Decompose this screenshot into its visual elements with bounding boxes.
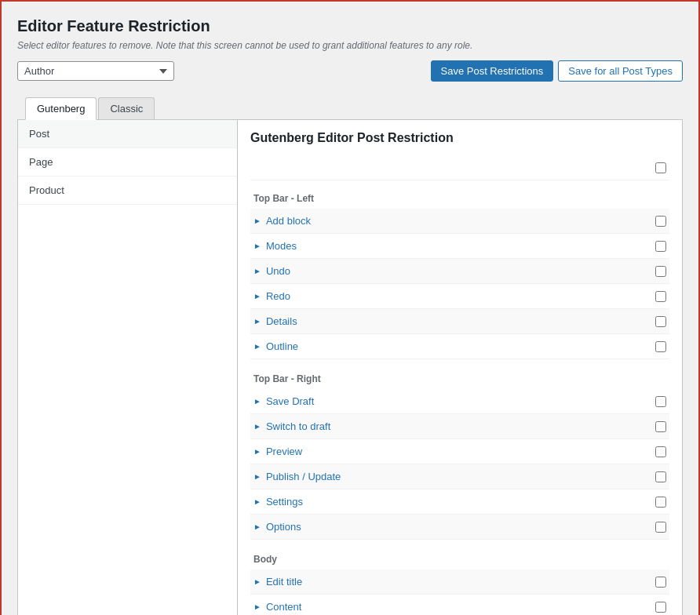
arrow-icon-undo: ►	[253, 267, 261, 275]
feature-text-modes: Modes	[266, 240, 297, 252]
feature-row-add-block: ► Add block	[250, 209, 669, 234]
empty-row-checkbox[interactable]	[655, 162, 666, 173]
feature-row-edit-title: ► Edit title	[250, 570, 669, 595]
feature-row-publish-update: ► Publish / Update	[250, 464, 669, 489]
tab-gutenberg[interactable]: Gutenberg	[25, 97, 97, 120]
feature-label-edit-title: ► Edit title	[253, 576, 302, 588]
checkbox-edit-title[interactable]	[655, 577, 666, 588]
feature-text-outline: Outline	[266, 340, 298, 352]
feature-label-switch-to-draft: ► Switch to draft	[253, 420, 330, 432]
sidebar: Post Page Product	[18, 120, 238, 615]
sidebar-item-page[interactable]: Page	[18, 148, 237, 176]
empty-row	[250, 156, 669, 180]
feature-text-publish-update: Publish / Update	[266, 471, 341, 482]
checkbox-content[interactable]	[655, 602, 666, 613]
tabs-bar: Gutenberg Classic	[17, 91, 683, 120]
checkbox-add-block[interactable]	[655, 216, 666, 227]
feature-text-content: Content	[266, 601, 302, 613]
page-subtitle: Select editor features to remove. Note t…	[17, 40, 683, 51]
arrow-icon-add-block: ►	[253, 217, 261, 225]
checkbox-settings[interactable]	[655, 497, 666, 508]
checkbox-redo[interactable]	[655, 291, 666, 302]
checkbox-switch-to-draft[interactable]	[655, 421, 666, 432]
feature-label-save-draft: ► Save Draft	[253, 395, 314, 407]
feature-row-details: ► Details	[250, 309, 669, 334]
arrow-icon-edit-title: ►	[253, 577, 261, 586]
feature-text-undo: Undo	[266, 265, 290, 277]
section-body: Body	[250, 548, 669, 568]
feature-row-modes: ► Modes	[250, 234, 669, 259]
arrow-icon-modes: ►	[253, 242, 261, 250]
feature-label-preview: ► Preview	[253, 446, 302, 457]
top-bar: Administrator Author Contributor Editor …	[17, 60, 683, 82]
feature-row-content: ► Content	[250, 595, 669, 615]
checkbox-publish-update[interactable]	[655, 471, 666, 482]
feature-row-preview: ► Preview	[250, 439, 669, 464]
feature-text-details: Details	[266, 315, 297, 327]
role-select[interactable]: Administrator Author Contributor Editor …	[17, 61, 174, 81]
page-wrapper: Editor Feature Restriction Select editor…	[0, 0, 700, 615]
feature-label-content: ► Content	[253, 601, 301, 613]
page-title: Editor Feature Restriction	[17, 17, 683, 35]
section-top-bar-left: Top Bar - Left	[250, 187, 669, 207]
checkbox-options[interactable]	[655, 522, 666, 533]
feature-row-redo: ► Redo	[250, 284, 669, 309]
feature-label-redo: ► Redo	[253, 290, 290, 302]
arrow-icon-details: ►	[253, 317, 261, 326]
feature-row-undo: ► Undo	[250, 259, 669, 284]
checkbox-outline[interactable]	[655, 341, 666, 352]
feature-label-details: ► Details	[253, 315, 297, 327]
arrow-icon-content: ►	[253, 602, 261, 611]
arrow-icon-settings: ►	[253, 497, 261, 506]
sidebar-item-post[interactable]: Post	[18, 120, 237, 148]
feature-text-edit-title: Edit title	[266, 576, 302, 588]
arrow-icon-preview: ►	[253, 447, 261, 456]
arrow-icon-save-draft: ►	[253, 397, 261, 406]
feature-row-settings: ► Settings	[250, 489, 669, 515]
arrow-icon-options: ►	[253, 522, 261, 531]
panel-title: Gutenberg Editor Post Restriction	[250, 131, 669, 145]
checkbox-save-draft[interactable]	[655, 396, 666, 407]
feature-text-options: Options	[266, 521, 301, 533]
feature-text-save-draft: Save Draft	[266, 395, 314, 407]
checkbox-details[interactable]	[655, 316, 666, 327]
tab-classic[interactable]: Classic	[98, 97, 155, 119]
restriction-panel: Gutenberg Editor Post Restriction Top Ba…	[238, 120, 682, 615]
arrow-icon-switch-to-draft: ►	[253, 422, 261, 431]
feature-row-save-draft: ► Save Draft	[250, 389, 669, 414]
feature-row-switch-to-draft: ► Switch to draft	[250, 414, 669, 439]
feature-text-add-block: Add block	[266, 215, 311, 227]
button-group: Save Post Restrictions Save for all Post…	[431, 60, 684, 82]
feature-text-redo: Redo	[266, 290, 290, 302]
feature-label-modes: ► Modes	[253, 240, 297, 252]
main-container: Editor Feature Restriction Select editor…	[9, 9, 691, 615]
feature-text-preview: Preview	[266, 446, 302, 457]
feature-label-publish-update: ► Publish / Update	[253, 471, 341, 482]
arrow-icon-publish-update: ►	[253, 472, 261, 481]
feature-label-add-block: ► Add block	[253, 215, 311, 227]
arrow-icon-outline: ►	[253, 342, 261, 351]
arrow-icon-redo: ►	[253, 292, 261, 300]
section-top-bar-right: Top Bar - Right	[250, 367, 669, 388]
save-post-button[interactable]: Save Post Restrictions	[431, 60, 554, 82]
checkbox-modes[interactable]	[655, 241, 666, 252]
sidebar-item-product[interactable]: Product	[18, 176, 237, 205]
feature-label-undo: ► Undo	[253, 265, 290, 277]
feature-label-settings: ► Settings	[253, 496, 303, 508]
feature-row-options: ► Options	[250, 515, 669, 540]
feature-label-outline: ► Outline	[253, 340, 298, 352]
feature-label-options: ► Options	[253, 521, 301, 533]
save-all-button[interactable]: Save for all Post Types	[558, 60, 683, 82]
content-area: Post Page Product Gutenberg Editor Post …	[17, 120, 683, 615]
checkbox-preview[interactable]	[655, 446, 666, 457]
checkbox-undo[interactable]	[655, 266, 666, 277]
feature-text-settings: Settings	[266, 496, 303, 508]
tabs-container: Gutenberg Classic Post Page Product Gute…	[17, 91, 683, 615]
feature-text-switch-to-draft: Switch to draft	[266, 420, 330, 432]
feature-row-outline: ► Outline	[250, 334, 669, 359]
